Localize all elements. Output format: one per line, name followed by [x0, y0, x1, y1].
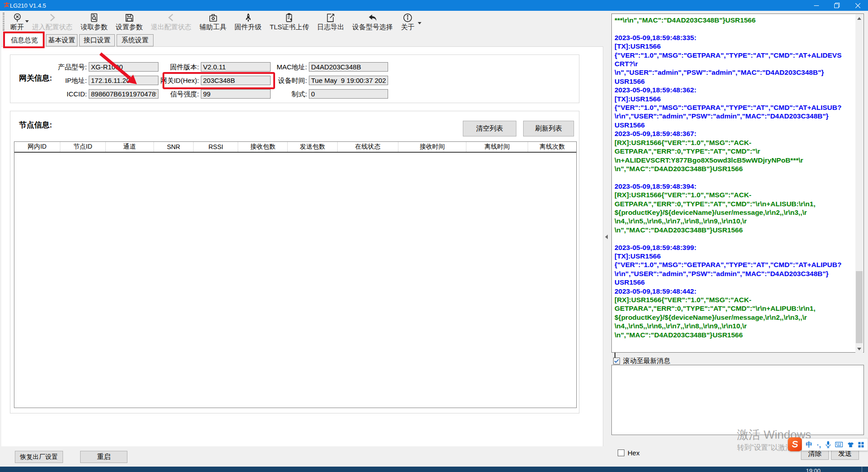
app-logo-icon [3, 2, 10, 11]
column-header[interactable]: SNR [154, 142, 194, 152]
show-desktop-divider [862, 467, 862, 472]
toolbar-item-label: 辅助工具 [199, 23, 226, 31]
log-line: \r\n","USER":"admin","PSW":"admin","MAC"… [615, 269, 854, 278]
about-button[interactable]: 关于 [397, 11, 419, 32]
log-line: [RX]:USR1566{"VER":"1.0","MSG":"ACK- [615, 295, 854, 304]
node-info-title: 节点信息: [19, 120, 52, 130]
keyboard-icon[interactable] [835, 442, 843, 447]
device-model-select-button[interactable]: 设备型号选择 [348, 11, 397, 32]
column-header[interactable]: 通道 [106, 142, 154, 152]
scroll-down-icon[interactable] [855, 345, 863, 353]
toolbar-item-label: 读取参数 [81, 23, 108, 31]
device-time-field[interactable] [309, 76, 388, 85]
log-line: 2023-05-09,18:59:48:394: [615, 182, 854, 191]
log-export-button[interactable]: 日志导出 [313, 11, 348, 32]
save-floppy-icon [124, 12, 135, 23]
tls-cert-upload-button[interactable]: TLS证书上传 [266, 11, 313, 32]
ime-menu-grid-icon[interactable] [858, 442, 864, 448]
disconnect-button[interactable]: 断开 [6, 11, 28, 32]
read-params-button[interactable]: 读取参数 [77, 11, 112, 32]
gateway-id-hex-label: 网关ID(Hex): [143, 76, 199, 85]
ime-punctuation-icon[interactable]: ·, [817, 441, 821, 449]
exit-config-button[interactable]: 退出配置状态 [147, 11, 195, 32]
log-line: [TX]:USR1566 [615, 42, 854, 50]
log-line: [RX]:USR1566{"VER":"1.0","MSG":"ACK- [615, 138, 854, 147]
minimize-button[interactable] [806, 0, 827, 11]
mac-address-label: MAC地址: [250, 62, 307, 72]
column-header[interactable]: 接收包数 [238, 142, 288, 152]
log-line: USR1566 [615, 121, 854, 129]
log-panel: ***\r\n","MAC":"D4AD203C348B"}USR1566 20… [611, 14, 864, 353]
log-line: \n4,,\r\n5,,\r\n6,,\r\n7,,\r\n8,,\r\n9,,… [615, 217, 854, 225]
panel-splitter-collapse-icon[interactable] [605, 233, 608, 241]
column-header[interactable]: 离线时间 [466, 142, 528, 152]
log-line: [TX]:USR1566 [615, 252, 854, 260]
log-line: GETPARA","ERR":0,"TYPE":"AT","CMD":"\r [615, 147, 854, 155]
taskbar[interactable]: 19:00 [0, 467, 868, 472]
tab-system-settings[interactable]: 系统设置 [117, 34, 154, 46]
autoscroll-checkbox[interactable] [613, 358, 620, 364]
reboot-button[interactable]: 重启 [80, 451, 127, 463]
scrollbar-thumb[interactable] [856, 271, 863, 343]
tab-label: 信息总览 [11, 36, 38, 45]
ime-toolbar: 中 ·, [802, 438, 868, 451]
factory-reset-button[interactable]: 恢复出厂设置 [15, 451, 63, 463]
log-line: \n","USER":"admin","PSW":"admin","MAC":"… [615, 68, 854, 77]
clear-list-button[interactable]: 清空列表 [463, 121, 516, 136]
column-header[interactable]: 离线次数 [528, 142, 576, 152]
aux-tools-button[interactable]: 辅助工具 [195, 11, 231, 32]
log-line: 2023-05-09,18:59:48:335: [615, 33, 854, 42]
column-header[interactable]: 发送包数 [288, 142, 338, 152]
scroll-up-icon[interactable] [855, 14, 863, 22]
log-scrollbar[interactable] [855, 14, 863, 353]
network-mode-label: 制式: [250, 89, 307, 99]
microphone-icon[interactable] [825, 441, 831, 448]
enter-config-button[interactable]: 进入配置状态 [28, 11, 77, 32]
column-header[interactable]: 接收时间 [398, 142, 467, 152]
refresh-list-button[interactable]: 刷新列表 [523, 121, 574, 136]
tab-basic-settings[interactable]: 基本设置 [46, 34, 77, 46]
taskbar-clock: 19:00 [806, 467, 821, 472]
toolbar-grip[interactable] [3, 13, 5, 31]
node-table-header: 网内ID 节点ID 通道 SNR RSSI 接收包数 发送包数 在线状态 接收时… [14, 142, 576, 153]
chevron-left-icon [166, 12, 176, 23]
set-params-button[interactable]: 设置参数 [112, 11, 147, 32]
log-line: 2023-05-09,18:59:48:399: [615, 243, 854, 252]
network-mode-field[interactable] [309, 89, 388, 99]
column-header[interactable]: 在线状态 [338, 142, 398, 152]
column-header[interactable]: 网内ID [14, 142, 60, 152]
log-export-icon [326, 12, 336, 23]
column-header[interactable]: 节点ID [60, 142, 106, 152]
title-bar: LG210 V1.4.5 [0, 0, 868, 11]
log-line [615, 234, 854, 243]
log-line: GETPARA","ERR":0,"TYPE":"AT","CMD":"\r\n… [615, 304, 854, 313]
log-line: {"VER":"1.0","MSG":"GETPARA","TYPE":"AT"… [615, 103, 854, 112]
log-line: \n4,,\r\n5,,\r\n6,,\r\n7,,\r\n8,,\r\n9,,… [615, 322, 854, 330]
firmware-upgrade-button[interactable]: 固件升级 [231, 11, 266, 32]
ime-chinese-mode-icon[interactable]: 中 [806, 440, 813, 449]
node-table-body[interactable] [14, 153, 576, 407]
log-line: 2023-05-09,18:59:48:367: [615, 129, 854, 138]
log-line: \n","MAC":"D4AD203C348B"}USR1566 [615, 226, 854, 234]
tab-info-overview[interactable]: 信息总览 [5, 33, 44, 47]
hex-checkbox[interactable] [618, 449, 624, 456]
column-header[interactable]: RSSI [194, 142, 238, 152]
restore-button[interactable] [827, 0, 847, 11]
tab-interface-settings[interactable]: 接口设置 [79, 34, 115, 46]
toolbox-icon [208, 12, 218, 23]
ip-address-label: IP地址: [18, 76, 87, 85]
autoscroll-label: 滚动至最新消息 [623, 357, 670, 365]
log-output[interactable]: ***\r\n","MAC":"D4AD203C348B"}USR1566 20… [615, 16, 854, 351]
send-input[interactable] [611, 365, 864, 435]
log-line: 2023-05-09,18:59:48:362: [615, 86, 854, 94]
log-line: [TX]:USR1566 [615, 95, 854, 103]
sogou-ime-logo-icon[interactable] [788, 437, 802, 451]
read-params-doc-magnifier-icon [89, 12, 99, 23]
mac-address-field[interactable] [309, 62, 388, 72]
log-line: 2023-05-09,18:59:48:442: [615, 287, 854, 295]
skin-shirt-icon[interactable] [847, 442, 854, 448]
toolbar-item-label: 设置参数 [116, 23, 143, 31]
close-button[interactable] [847, 0, 868, 11]
chevron-down-icon[interactable] [418, 22, 421, 24]
signal-strength-label: 信号强度: [143, 89, 199, 99]
